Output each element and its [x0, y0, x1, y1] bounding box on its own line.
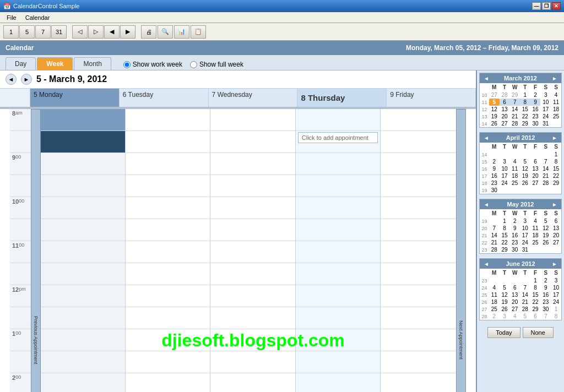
wednesday-cell-11[interactable] — [210, 263, 295, 285]
friday-cell-830[interactable] — [381, 153, 465, 175]
day-header-monday[interactable]: 5 Monday — [30, 89, 120, 107]
tuesday-cell-1130[interactable] — [126, 285, 210, 307]
may-16[interactable]: 16 — [509, 232, 520, 239]
appointment-hint[interactable]: Click to add appointment — [298, 132, 378, 143]
may-next-arrow[interactable]: ► — [550, 202, 560, 208]
mar-11[interactable]: 11 — [551, 99, 561, 106]
monday-cell-1[interactable] — [40, 351, 125, 373]
thursday-cell-1230[interactable] — [296, 329, 381, 351]
wednesday-cell-930[interactable] — [210, 197, 295, 219]
friday-cell-1230[interactable] — [381, 329, 465, 351]
may-13[interactable]: 13 — [551, 225, 561, 232]
tuesday-cell-130[interactable] — [126, 373, 210, 392]
may-6[interactable]: 6 — [551, 217, 561, 225]
tuesday-cell-1230[interactable] — [126, 329, 210, 351]
wednesday-cell-12[interactable] — [210, 307, 295, 329]
toolbar-nav3[interactable]: ◀ — [104, 25, 120, 39]
ap-25[interactable]: 25 — [509, 179, 520, 187]
radio-full-week[interactable]: Show full week — [190, 61, 243, 68]
toolbar-nav4[interactable]: ▶ — [120, 25, 135, 39]
may-24[interactable]: 24 — [520, 239, 530, 246]
mar-26[interactable]: 26 — [489, 120, 500, 127]
jun-24[interactable]: 24 — [551, 298, 561, 306]
friday-cell-130[interactable] — [381, 373, 465, 392]
mar-17[interactable]: 17 — [540, 106, 551, 113]
ap-11[interactable]: 11 — [509, 165, 520, 172]
ap-14[interactable]: 14 — [540, 165, 551, 172]
mar-4[interactable]: 4 — [551, 91, 561, 99]
friday-cell-allday2[interactable] — [381, 109, 465, 131]
jun-7[interactable]: 7 — [520, 284, 530, 291]
mar-28b[interactable]: 28 — [509, 120, 520, 127]
friday-cell-8am[interactable] — [381, 131, 465, 153]
monday-cell-11[interactable] — [40, 263, 125, 285]
month-view-btn[interactable]: 31 — [51, 25, 67, 39]
jun-5[interactable]: 5 — [500, 284, 510, 291]
tab-week[interactable]: Week — [37, 57, 73, 70]
thursday-cell-1[interactable] — [296, 351, 381, 373]
ap-19[interactable]: 19 — [520, 172, 530, 179]
monday-cell-allday2[interactable] — [40, 109, 125, 131]
jun-13[interactable]: 13 — [509, 291, 520, 298]
thursday-cell-10[interactable] — [296, 219, 381, 241]
jun-11[interactable]: 11 — [489, 291, 500, 298]
may-3[interactable]: 3 — [520, 217, 530, 225]
ap-12[interactable]: 12 — [520, 165, 530, 172]
day-header-thursday[interactable]: 8 Thursday — [297, 89, 387, 107]
thursday-cell-9[interactable] — [296, 175, 381, 197]
today-button[interactable]: Today — [487, 327, 520, 338]
day-header-friday[interactable]: 9 Friday — [387, 89, 476, 107]
jun-3[interactable]: 3 — [551, 277, 561, 284]
next-appointment-button[interactable]: Next Appointment — [456, 109, 466, 392]
monday-cell-930[interactable] — [40, 197, 125, 219]
ap-20[interactable]: 20 — [530, 172, 541, 179]
jul-5[interactable]: 5 — [520, 313, 530, 320]
may-2[interactable]: 2 — [509, 217, 520, 225]
radio-work-week-input[interactable] — [123, 61, 131, 68]
tuesday-cell-12[interactable] — [126, 307, 210, 329]
jun-16[interactable]: 16 — [540, 291, 551, 298]
ap-8[interactable]: 8 — [551, 158, 561, 165]
tuesday-cell-8am[interactable] — [126, 131, 210, 153]
may-30[interactable]: 30 — [509, 246, 520, 253]
ap-27[interactable]: 27 — [530, 179, 541, 187]
maximize-button[interactable]: ❐ — [542, 2, 551, 10]
wednesday-cell-9[interactable] — [210, 175, 295, 197]
radio-work-week[interactable]: Show work week — [123, 61, 182, 68]
monday-cell-1130[interactable] — [40, 285, 125, 307]
mar-10[interactable]: 10 — [540, 99, 551, 106]
thursday-cell-11[interactable] — [296, 263, 381, 285]
report-btn[interactable]: 📊 — [174, 25, 189, 39]
ap-13[interactable]: 13 — [530, 165, 541, 172]
jun-9[interactable]: 9 — [540, 284, 551, 291]
ap-4[interactable]: 4 — [509, 158, 520, 165]
mar-29b[interactable]: 29 — [520, 120, 530, 127]
monday-cell-130[interactable] — [40, 373, 125, 392]
monday-cell-830[interactable] — [40, 153, 125, 175]
wednesday-cell-130[interactable] — [210, 373, 295, 392]
jun-22[interactable]: 22 — [530, 298, 541, 306]
ap-6[interactable]: 6 — [530, 158, 541, 165]
export-btn[interactable]: 📋 — [191, 25, 206, 39]
ap-30[interactable]: 30 — [489, 187, 500, 194]
tuesday-cell-1[interactable] — [126, 351, 210, 373]
day-col-thursday[interactable]: Click to add appointment — [296, 109, 381, 392]
may-15[interactable]: 15 — [500, 232, 510, 239]
jun-27[interactable]: 27 — [509, 306, 520, 313]
ap-16[interactable]: 16 — [489, 172, 500, 179]
prev-week-button[interactable]: ◄ — [6, 74, 17, 85]
jul-1[interactable]: 1 — [551, 306, 561, 313]
monday-cell-1230[interactable] — [40, 329, 125, 351]
mar-13[interactable]: 13 — [500, 106, 510, 113]
mar-14[interactable]: 14 — [509, 106, 520, 113]
print-btn[interactable]: 🖨 — [141, 25, 156, 39]
monday-cell-1030[interactable] — [40, 241, 125, 263]
monday-cell-9[interactable] — [40, 175, 125, 197]
friday-cell-10[interactable] — [381, 219, 465, 241]
next-week-button[interactable]: ► — [21, 74, 32, 85]
jun-12[interactable]: 12 — [500, 291, 510, 298]
may-11[interactable]: 11 — [530, 225, 541, 232]
friday-cell-9[interactable] — [381, 175, 465, 197]
thursday-cell-830[interactable] — [296, 153, 381, 175]
april-prev-arrow[interactable]: ◄ — [481, 135, 491, 141]
